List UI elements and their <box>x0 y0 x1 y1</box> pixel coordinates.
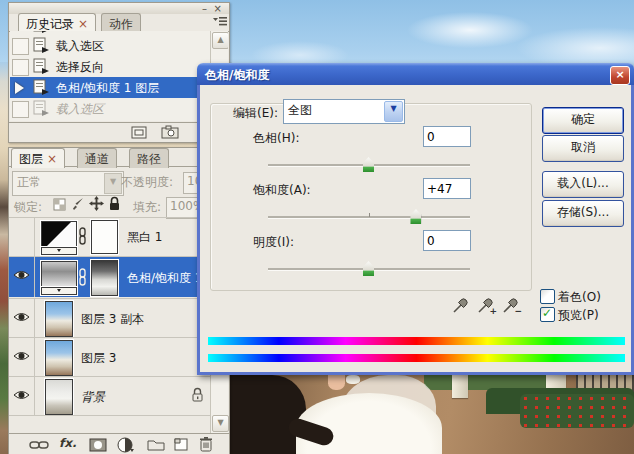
history-item-label: 选择反向 <box>56 59 104 76</box>
layer-row-layer3copy[interactable]: 图层 3 副本 <box>9 299 212 337</box>
link-layers-icon[interactable] <box>29 440 49 450</box>
layer-row-huesaturation1[interactable]: 色相/饱和度 1 <box>9 257 212 297</box>
lightness-input[interactable] <box>423 230 471 251</box>
saturation-input[interactable] <box>423 178 471 199</box>
layer-mask-thumbnail[interactable] <box>91 220 118 254</box>
layer-row-background[interactable]: 背景 <box>9 377 212 415</box>
delete-layer-trash-icon[interactable] <box>199 436 213 452</box>
layer-name: 背景 <box>81 389 105 406</box>
dialog-close-icon[interactable]: × <box>610 66 630 85</box>
history-item[interactable]: 选择反向 <box>10 56 211 77</box>
layer-mask-thumbnail[interactable] <box>91 260 118 296</box>
history-tab-bar: 历史记录× 动作 <box>9 13 229 32</box>
history-source-well[interactable] <box>12 101 29 118</box>
ok-button[interactable]: 确定 <box>542 107 624 134</box>
photoshop-workspace: { "glyphs": {"close":"×","minimize":"–",… <box>0 0 634 454</box>
colorize-checkbox[interactable] <box>540 289 555 304</box>
fill-label: 填充: <box>133 199 161 216</box>
tab-paths[interactable]: 路径 <box>129 148 169 168</box>
layer-style-fx-icon[interactable]: fx. <box>59 436 77 450</box>
mask-link-icon[interactable] <box>78 227 87 245</box>
layer-thumbnail[interactable] <box>45 340 73 376</box>
layer-name: 黑白 1 <box>127 229 162 246</box>
add-layer-mask-icon[interactable] <box>89 438 107 452</box>
hue-saturation-dialog: 色相/饱和度 × 编辑(E): 全图 ▼ 色相(H): 饱和度(A): 明度(I… <box>197 63 634 375</box>
panel-resize-grip[interactable] <box>216 442 227 453</box>
background-lock-icon <box>191 387 204 402</box>
history-source-well[interactable] <box>12 59 29 76</box>
photo-bride-head <box>328 375 345 390</box>
new-document-from-state-icon[interactable] <box>131 126 148 139</box>
load-button[interactable]: 载入(L)... <box>542 171 624 198</box>
visibility-toggle[interactable] <box>9 218 35 256</box>
hue-label: 色相(H): <box>253 130 299 147</box>
adjustment-slider-icon <box>41 247 77 255</box>
preview-label: 预览(P) <box>558 307 599 324</box>
scroll-down-icon[interactable]: ▼ <box>212 415 229 432</box>
opacity-label: 不透明度: <box>121 174 173 191</box>
blend-mode-select[interactable]: 正常 ▼ <box>12 171 124 196</box>
layer-thumbnail[interactable] <box>45 379 73 415</box>
chevron-down-icon[interactable]: ▼ <box>384 101 403 122</box>
lock-paint-brush-icon[interactable] <box>71 197 85 211</box>
dialog-body: 编辑(E): 全图 ▼ 色相(H): 饱和度(A): 明度(I): + <box>197 85 634 375</box>
source-hue-spectrum-bar <box>208 337 625 345</box>
history-current-state-marker[interactable] <box>15 82 24 94</box>
layer-row-layer3[interactable]: 图层 3 <box>9 338 212 376</box>
preview-checkbox[interactable]: ✓ <box>540 307 555 322</box>
history-item-label: 载入选区 <box>56 38 104 55</box>
tab-channels[interactable]: 通道 <box>77 148 117 168</box>
saturation-slider[interactable] <box>268 216 470 219</box>
tab-history[interactable]: 历史记录× <box>18 13 96 33</box>
tab-close-icon[interactable]: × <box>78 17 88 31</box>
history-item-selected[interactable]: 色相/饱和度 1 图层 <box>10 77 211 98</box>
lock-all-icon[interactable] <box>108 196 121 211</box>
lock-transparency-icon[interactable] <box>53 198 66 211</box>
visibility-toggle[interactable] <box>9 377 35 415</box>
eyedropper-minus-icon[interactable]: − <box>502 296 520 314</box>
adjustment-thumbnail[interactable] <box>41 221 77 247</box>
tab-layers[interactable]: 图层× <box>11 148 65 168</box>
tab-actions[interactable]: 动作 <box>101 13 141 33</box>
history-item-disabled[interactable]: 载入选区 <box>10 98 211 119</box>
history-item-disabled[interactable]: 色相/饱和度 2 图层 <box>10 119 211 121</box>
layer-name: 图层 3 副本 <box>81 311 144 328</box>
colorize-label: 着色(O) <box>558 289 601 306</box>
history-item-label: 载入选区 <box>56 101 104 118</box>
cancel-button[interactable]: 取消 <box>542 135 624 162</box>
lightness-slider[interactable] <box>268 268 470 271</box>
eyedropper-icon[interactable] <box>452 296 470 314</box>
edit-channel-select[interactable]: 全图 ▼ <box>283 99 405 124</box>
visibility-toggle[interactable] <box>9 338 35 376</box>
panel-minimize-icon[interactable]: – <box>202 4 207 13</box>
lock-position-move-icon[interactable] <box>89 196 104 211</box>
hue-slider[interactable] <box>268 164 470 167</box>
hue-input[interactable] <box>423 126 471 147</box>
new-layer-icon[interactable] <box>173 437 189 452</box>
visibility-toggle[interactable] <box>9 257 35 297</box>
chevron-down-icon[interactable]: ▼ <box>104 173 122 194</box>
scroll-up-icon[interactable]: ▲ <box>212 32 228 49</box>
history-item[interactable]: 载入选区 <box>10 35 211 56</box>
visibility-toggle[interactable] <box>9 299 35 337</box>
check-icon: ✓ <box>542 306 552 320</box>
new-group-folder-icon[interactable] <box>147 438 165 451</box>
eyedropper-plus-icon[interactable]: + <box>477 296 495 314</box>
mask-link-icon[interactable] <box>78 268 87 286</box>
result-hue-spectrum-bar <box>208 354 625 362</box>
new-adjustment-layer-icon[interactable] <box>117 437 135 453</box>
photo-pillar <box>452 375 468 398</box>
new-snapshot-camera-icon[interactable] <box>161 125 180 139</box>
layer-row-blackwhite1[interactable]: 黑白 1 <box>9 218 212 256</box>
saturation-label: 饱和度(A): <box>253 182 311 199</box>
panel-close-icon[interactable]: × <box>214 4 222 13</box>
history-source-well[interactable] <box>12 38 29 55</box>
panel-flyout-icon[interactable] <box>213 16 227 27</box>
tab-close-icon[interactable]: × <box>47 152 57 166</box>
layer-thumbnail[interactable] <box>45 301 73 337</box>
layers-tab-bar: 图层× 通道 路径 <box>9 148 229 167</box>
adjustment-thumbnail[interactable] <box>41 261 77 287</box>
save-button[interactable]: 存储(S)... <box>542 200 624 227</box>
edit-label: 编辑(E): <box>230 105 281 122</box>
photo-groom <box>224 375 306 454</box>
